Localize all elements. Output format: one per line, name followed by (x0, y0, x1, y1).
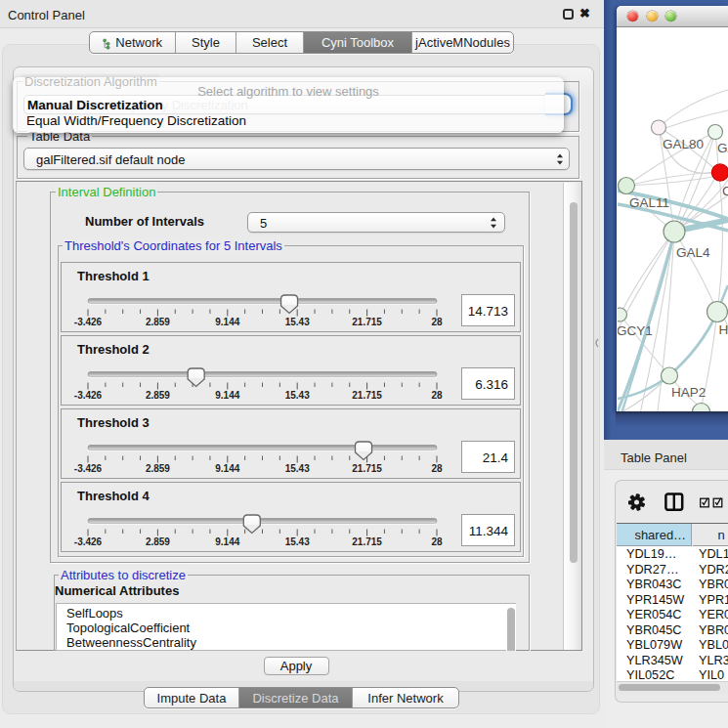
svg-text:2.859: 2.859 (146, 536, 170, 547)
svg-text:2.859: 2.859 (146, 463, 170, 474)
svg-text:2.859: 2.859 (146, 317, 170, 327)
svg-text:-3.426: -3.426 (74, 390, 103, 401)
svg-text:9.144: 9.144 (215, 390, 239, 401)
svg-text:GAL11: GAL11 (629, 195, 669, 210)
svg-text:9.144: 9.144 (215, 317, 239, 327)
svg-text:HAP2: HAP2 (671, 385, 706, 400)
svg-text:2.859: 2.859 (146, 390, 170, 401)
svg-text:15.43: 15.43 (285, 536, 310, 547)
svg-text:28: 28 (431, 390, 443, 401)
svg-text:15.43: 15.43 (285, 390, 310, 401)
svg-text:21.715: 21.715 (352, 463, 382, 474)
svg-text:GA: GA (717, 141, 728, 155)
svg-text:GAL4: GAL4 (676, 245, 710, 260)
svg-text:21.715: 21.715 (352, 536, 382, 547)
svg-text:-3.426: -3.426 (74, 317, 103, 327)
svg-text:21.715: 21.715 (352, 317, 382, 327)
svg-text:15.43: 15.43 (285, 463, 310, 474)
svg-text:15.43: 15.43 (285, 317, 310, 327)
svg-text:GAL80: GAL80 (663, 137, 704, 151)
svg-text:9.144: 9.144 (215, 536, 239, 547)
svg-text:-3.426: -3.426 (74, 536, 103, 547)
svg-text:C: C (722, 184, 728, 198)
svg-text:21.715: 21.715 (352, 390, 382, 401)
svg-text:28: 28 (431, 317, 443, 327)
svg-text:-3.426: -3.426 (74, 463, 103, 474)
svg-text:9.144: 9.144 (215, 463, 239, 474)
svg-text:28: 28 (431, 463, 443, 474)
svg-text:H: H (719, 322, 728, 337)
svg-text:28: 28 (431, 536, 443, 547)
svg-text:GCY1: GCY1 (618, 323, 653, 338)
